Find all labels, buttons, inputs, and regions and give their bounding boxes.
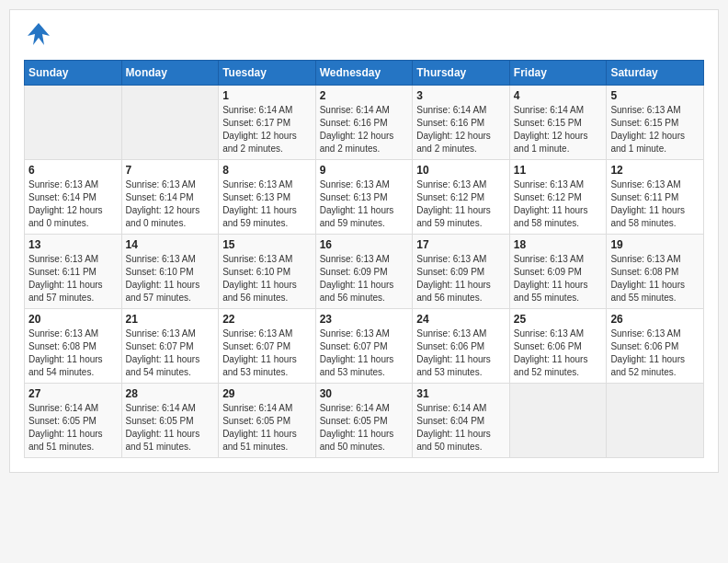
day-number: 20: [28, 313, 118, 326]
day-number: 18: [514, 238, 603, 251]
day-info: Sunrise: 6:13 AM Sunset: 6:15 PM Dayligh…: [610, 104, 700, 155]
day-of-week-header: Sunday: [25, 61, 122, 86]
calendar-day-cell: 11Sunrise: 6:13 AM Sunset: 6:12 PM Dayli…: [509, 160, 607, 235]
day-info: Sunrise: 6:14 AM Sunset: 6:15 PM Dayligh…: [514, 104, 603, 155]
day-number: 16: [320, 238, 409, 251]
calendar-day-cell: 20Sunrise: 6:13 AM Sunset: 6:08 PM Dayli…: [25, 309, 122, 384]
day-number: 24: [416, 313, 506, 326]
day-info: Sunrise: 6:13 AM Sunset: 6:13 PM Dayligh…: [320, 178, 409, 230]
logo-bird-icon: [24, 19, 53, 52]
day-number: 2: [320, 89, 409, 102]
calendar-day-cell: 15Sunrise: 6:13 AM Sunset: 6:10 PM Dayli…: [219, 235, 316, 309]
calendar-day-cell: 6Sunrise: 6:13 AM Sunset: 6:14 PM Daylig…: [25, 160, 122, 235]
calendar-day-cell: 13Sunrise: 6:13 AM Sunset: 6:11 PM Dayli…: [25, 235, 122, 309]
calendar-day-cell: 18Sunrise: 6:13 AM Sunset: 6:09 PM Dayli…: [509, 235, 607, 309]
day-info: Sunrise: 6:14 AM Sunset: 6:05 PM Dayligh…: [126, 402, 215, 454]
calendar-day-cell: 3Sunrise: 6:14 AM Sunset: 6:16 PM Daylig…: [413, 86, 510, 160]
calendar-day-cell: [509, 384, 607, 458]
svg-marker-0: [28, 23, 50, 45]
day-info: Sunrise: 6:13 AM Sunset: 6:06 PM Dayligh…: [514, 327, 603, 379]
day-number: 10: [416, 164, 506, 177]
calendar-day-cell: 7Sunrise: 6:13 AM Sunset: 6:14 PM Daylig…: [121, 160, 219, 235]
day-number: 14: [126, 238, 215, 251]
days-of-week-row: SundayMondayTuesdayWednesdayThursdayFrid…: [25, 61, 704, 86]
day-number: 21: [126, 313, 215, 326]
calendar-day-cell: 16Sunrise: 6:13 AM Sunset: 6:09 PM Dayli…: [315, 235, 413, 309]
calendar-day-cell: 8Sunrise: 6:13 AM Sunset: 6:13 PM Daylig…: [219, 160, 316, 235]
day-info: Sunrise: 6:14 AM Sunset: 6:05 PM Dayligh…: [28, 402, 118, 454]
day-number: 12: [610, 164, 700, 177]
day-info: Sunrise: 6:13 AM Sunset: 6:09 PM Dayligh…: [514, 253, 603, 304]
day-number: 27: [28, 387, 118, 400]
day-info: Sunrise: 6:13 AM Sunset: 6:12 PM Dayligh…: [514, 178, 603, 230]
day-info: Sunrise: 6:13 AM Sunset: 6:11 PM Dayligh…: [28, 253, 118, 304]
day-number: 15: [222, 238, 312, 251]
calendar-header: SundayMondayTuesdayWednesdayThursdayFrid…: [25, 61, 704, 86]
calendar-day-cell: 21Sunrise: 6:13 AM Sunset: 6:07 PM Dayli…: [121, 309, 219, 384]
calendar-body: 1Sunrise: 6:14 AM Sunset: 6:17 PM Daylig…: [25, 86, 704, 458]
day-info: Sunrise: 6:13 AM Sunset: 6:13 PM Dayligh…: [222, 178, 312, 230]
calendar-day-cell: 2Sunrise: 6:14 AM Sunset: 6:16 PM Daylig…: [315, 86, 413, 160]
calendar-day-cell: [25, 86, 122, 160]
calendar-day-cell: [121, 86, 219, 160]
calendar-day-cell: 22Sunrise: 6:13 AM Sunset: 6:07 PM Dayli…: [219, 309, 316, 384]
day-info: Sunrise: 6:13 AM Sunset: 6:06 PM Dayligh…: [610, 327, 700, 379]
day-info: Sunrise: 6:13 AM Sunset: 6:07 PM Dayligh…: [126, 327, 215, 379]
day-info: Sunrise: 6:13 AM Sunset: 6:07 PM Dayligh…: [320, 327, 409, 379]
day-info: Sunrise: 6:14 AM Sunset: 6:04 PM Dayligh…: [416, 402, 506, 454]
day-of-week-header: Friday: [509, 61, 607, 86]
calendar-day-cell: 31Sunrise: 6:14 AM Sunset: 6:04 PM Dayli…: [413, 384, 510, 458]
calendar-day-cell: 5Sunrise: 6:13 AM Sunset: 6:15 PM Daylig…: [607, 86, 704, 160]
day-number: 22: [222, 313, 312, 326]
calendar-day-cell: 23Sunrise: 6:13 AM Sunset: 6:07 PM Dayli…: [315, 309, 413, 384]
calendar-day-cell: 26Sunrise: 6:13 AM Sunset: 6:06 PM Dayli…: [607, 309, 704, 384]
calendar-container: SundayMondayTuesdayWednesdayThursdayFrid…: [9, 9, 719, 473]
calendar-week-row: 27Sunrise: 6:14 AM Sunset: 6:05 PM Dayli…: [25, 384, 704, 458]
day-number: 7: [126, 164, 215, 177]
day-number: 5: [610, 89, 700, 102]
day-info: Sunrise: 6:13 AM Sunset: 6:14 PM Dayligh…: [28, 178, 118, 230]
day-number: 6: [28, 164, 118, 177]
day-info: Sunrise: 6:13 AM Sunset: 6:10 PM Dayligh…: [126, 253, 215, 304]
header: [24, 19, 704, 52]
calendar-table: SundayMondayTuesdayWednesdayThursdayFrid…: [24, 60, 704, 458]
day-number: 17: [416, 238, 506, 251]
calendar-week-row: 13Sunrise: 6:13 AM Sunset: 6:11 PM Dayli…: [25, 235, 704, 309]
day-number: 29: [222, 387, 312, 400]
calendar-day-cell: 14Sunrise: 6:13 AM Sunset: 6:10 PM Dayli…: [121, 235, 219, 309]
day-number: 28: [126, 387, 215, 400]
day-number: 19: [610, 238, 700, 251]
calendar-day-cell: 24Sunrise: 6:13 AM Sunset: 6:06 PM Dayli…: [413, 309, 510, 384]
day-info: Sunrise: 6:13 AM Sunset: 6:10 PM Dayligh…: [222, 253, 312, 304]
day-number: 23: [320, 313, 409, 326]
day-info: Sunrise: 6:14 AM Sunset: 6:05 PM Dayligh…: [222, 402, 312, 454]
day-of-week-header: Monday: [121, 61, 219, 86]
day-info: Sunrise: 6:13 AM Sunset: 6:07 PM Dayligh…: [222, 327, 312, 379]
calendar-day-cell: [607, 384, 704, 458]
calendar-day-cell: 9Sunrise: 6:13 AM Sunset: 6:13 PM Daylig…: [315, 160, 413, 235]
calendar-day-cell: 28Sunrise: 6:14 AM Sunset: 6:05 PM Dayli…: [121, 384, 219, 458]
calendar-day-cell: 27Sunrise: 6:14 AM Sunset: 6:05 PM Dayli…: [25, 384, 122, 458]
calendar-day-cell: 19Sunrise: 6:13 AM Sunset: 6:08 PM Dayli…: [607, 235, 704, 309]
day-info: Sunrise: 6:14 AM Sunset: 6:05 PM Dayligh…: [320, 402, 409, 454]
day-info: Sunrise: 6:13 AM Sunset: 6:08 PM Dayligh…: [610, 253, 700, 304]
calendar-day-cell: 29Sunrise: 6:14 AM Sunset: 6:05 PM Dayli…: [219, 384, 316, 458]
logo: [24, 19, 55, 52]
calendar-day-cell: 12Sunrise: 6:13 AM Sunset: 6:11 PM Dayli…: [607, 160, 704, 235]
day-of-week-header: Wednesday: [315, 61, 413, 86]
day-number: 25: [514, 313, 603, 326]
calendar-day-cell: 1Sunrise: 6:14 AM Sunset: 6:17 PM Daylig…: [219, 86, 316, 160]
calendar-week-row: 20Sunrise: 6:13 AM Sunset: 6:08 PM Dayli…: [25, 309, 704, 384]
day-of-week-header: Thursday: [413, 61, 510, 86]
day-info: Sunrise: 6:13 AM Sunset: 6:09 PM Dayligh…: [416, 253, 506, 304]
day-info: Sunrise: 6:13 AM Sunset: 6:14 PM Dayligh…: [126, 178, 215, 230]
day-info: Sunrise: 6:14 AM Sunset: 6:17 PM Dayligh…: [222, 104, 312, 155]
day-number: 26: [610, 313, 700, 326]
day-info: Sunrise: 6:14 AM Sunset: 6:16 PM Dayligh…: [416, 104, 506, 155]
day-info: Sunrise: 6:13 AM Sunset: 6:08 PM Dayligh…: [28, 327, 118, 379]
day-number: 4: [514, 89, 603, 102]
day-of-week-header: Saturday: [607, 61, 704, 86]
day-number: 13: [28, 238, 118, 251]
calendar-day-cell: 10Sunrise: 6:13 AM Sunset: 6:12 PM Dayli…: [413, 160, 510, 235]
day-info: Sunrise: 6:13 AM Sunset: 6:06 PM Dayligh…: [416, 327, 506, 379]
